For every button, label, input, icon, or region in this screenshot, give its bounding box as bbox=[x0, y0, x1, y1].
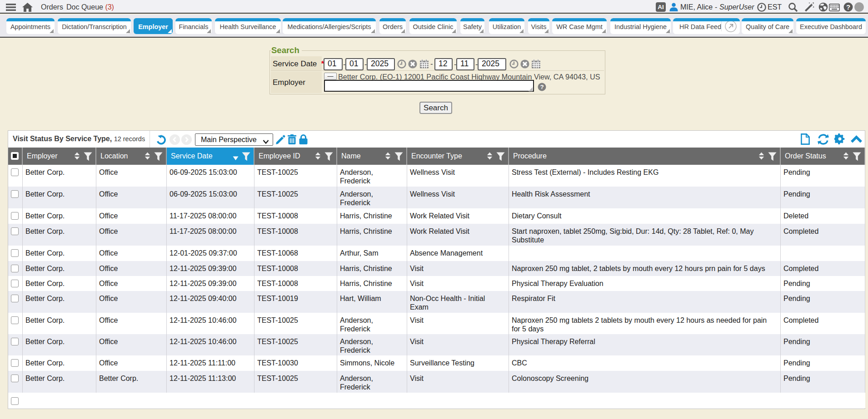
svg-text:?: ? bbox=[540, 84, 544, 90]
svg-text:?: ? bbox=[846, 3, 850, 11]
